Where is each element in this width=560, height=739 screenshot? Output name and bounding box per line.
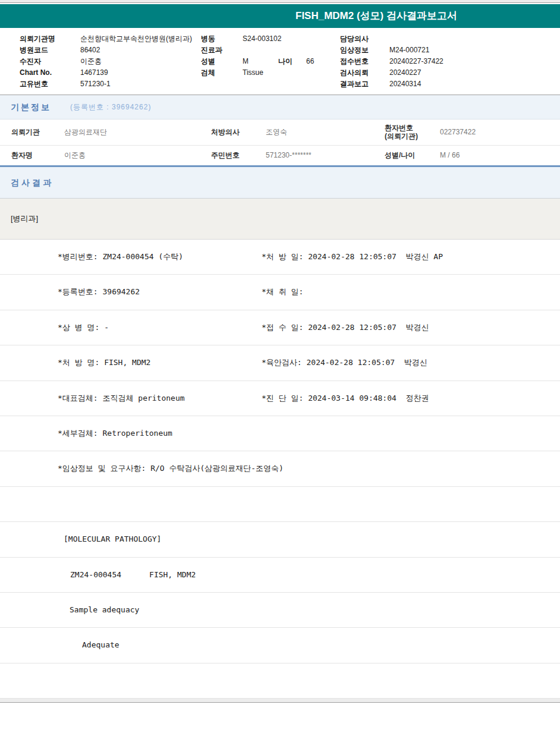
result-row-representative-specimen: *대표검체: 조직검체 peritoneum *진 단 일: 2024-03-1…: [0, 381, 560, 416]
value-prescribing-doctor: 조영숙: [266, 120, 287, 145]
result-right: *처 방 일: 2024-02-28 12:05:07 박경신 AP: [262, 240, 443, 274]
result-left: *임상정보 및 요구사항: R/O 수탁검사(삼광의료재단-조영숙): [58, 451, 284, 486]
result-left: ZM24-000454 FISH, MDM2: [70, 558, 196, 592]
value-sex: M: [243, 56, 248, 67]
label-test-request-date: 검사의뢰: [340, 67, 369, 78]
result-row-sample-adequacy: Sample adequacy: [0, 593, 560, 628]
value-test-request-date: 20240227: [389, 67, 421, 78]
result-left: Sample adequacy: [70, 593, 139, 627]
report-page: FISH_MDM2 (성모) 검사결과보고서 의뢰기관명 순천향대학교부속천안병…: [0, 0, 560, 739]
result-right: *육안검사: 2024-02-28 12:05:07 박경신: [262, 345, 427, 380]
result-row-registration-no: *등록번호: 39694262 *채 취 일:: [0, 275, 560, 310]
basic-info-row-2: 환자명 이준홍 주민번호 571230-******* 성별/나이 M / 66: [0, 146, 560, 165]
result-left: *대표검체: 조직검체 peritoneum: [58, 381, 185, 416]
result-row-diagnosis-name: *상 병 명: - *접 수 일: 2024-02-28 12:05:07 박경…: [0, 310, 560, 345]
label-sex: 성별: [201, 56, 215, 67]
result-left: *세부검체: Retroperitoneum: [58, 416, 172, 451]
label-patient-no-line2: (의뢰기관): [385, 132, 418, 140]
label-chart-no: Chart No.: [20, 67, 52, 78]
report-title-bar: FISH_MDM2 (성모) 검사결과보고서: [0, 4, 560, 28]
result-left: Adequate: [82, 628, 119, 662]
label-patient-name-2: 환자명: [11, 146, 33, 165]
result-right: *접 수 일: 2024-02-28 12:05:07 박경신: [262, 310, 429, 345]
result-left: *병리번호: ZM24-000454 (수탁): [58, 240, 183, 274]
value-referring-org: 삼광의료재단: [64, 120, 107, 145]
value-patient-name-2: 이준홍: [64, 146, 86, 165]
result-row-empty-1: [0, 487, 560, 522]
label-prescribing-doctor: 처방의사: [211, 120, 240, 145]
value-patient-name: 이준홍: [80, 56, 102, 67]
result-left: *처 방 명: FISH, MDM2: [58, 345, 150, 380]
result-row-empty-2: [0, 663, 560, 699]
top-window-strip: [0, 0, 560, 3]
label-clinical-info: 임상정보: [340, 45, 369, 56]
result-left: *상 병 명: -: [58, 310, 109, 345]
label-accession-no: 접수번호: [340, 56, 369, 67]
results-section-header: 검사결과: [0, 167, 560, 199]
label-patient-no-line1: 환자번호: [385, 124, 413, 132]
label-hospital-code: 병원코드: [20, 45, 48, 56]
label-sex-age: 성별/나이: [385, 146, 415, 165]
result-left: *등록번호: 39694262: [58, 275, 140, 309]
bottom-window-strip: [0, 699, 560, 703]
basic-info-section-header: 기본정보 (등록번호 : 39694262): [0, 95, 560, 120]
label-resident-reg-no: 주민번호: [211, 146, 240, 165]
value-age: 66: [306, 56, 314, 67]
label-age: 나이: [278, 56, 292, 67]
results-title: 검사결과: [11, 167, 54, 198]
value-sex-age: M / 66: [440, 146, 460, 165]
label-ward: 병동: [201, 33, 215, 45]
label-result-report-date: 결과보고: [340, 78, 369, 90]
result-right: *채 취 일:: [262, 275, 303, 309]
label-department: 진료과: [201, 45, 222, 56]
label-attending-doctor: 담당의사: [340, 33, 369, 45]
result-row-clinical-request: *임상정보 및 요구사항: R/O 수탁검사(삼광의료재단-조영숙): [0, 451, 560, 486]
value-clinical-info: M24-000721: [389, 45, 429, 56]
report-title: FISH_MDM2 (성모) 검사결과보고서: [295, 4, 457, 28]
value-result-report-date: 20240314: [389, 78, 421, 90]
result-row-test-id: ZM24-000454 FISH, MDM2: [0, 558, 560, 593]
label-specimen: 검체: [201, 67, 215, 78]
basic-info-row-1: 의뢰기관 삼광의료재단 처방의사 조영숙 환자번호 (의뢰기관) 0227374…: [0, 120, 560, 146]
value-accession-no: 20240227-37422: [389, 56, 443, 67]
label-unique-no: 고유번호: [20, 78, 48, 90]
value-hospital-code: 86402: [80, 45, 100, 56]
department-name: [병리과]: [11, 199, 38, 239]
value-resident-reg-no: 571230-*******: [266, 146, 312, 165]
basic-info-reg-note: (등록번호 : 39694262): [70, 95, 151, 119]
result-rows: *병리번호: ZM24-000454 (수탁) *처 방 일: 2024-02-…: [0, 240, 560, 699]
value-chart-no: 1467139: [80, 67, 108, 78]
value-ward: S24-003102: [243, 33, 281, 45]
value-specimen: Tissue: [243, 67, 263, 78]
value-unique-no: 571230-1: [80, 78, 111, 90]
result-row-adequate: Adequate: [0, 628, 560, 663]
label-referring-org: 의뢰기관: [11, 120, 40, 145]
result-right: *진 단 일: 2024-03-14 09:48:04 정찬권: [262, 381, 429, 416]
value-requesting-org-name: 순천향대학교부속천안병원(병리과): [80, 33, 192, 45]
label-requesting-org-name: 의뢰기관명: [20, 33, 55, 45]
result-row-detail-specimen: *세부검체: Retroperitoneum: [0, 416, 560, 451]
value-patient-no: 022737422: [440, 120, 476, 145]
basic-info-title: 기본정보: [11, 95, 51, 119]
label-patient-name: 수진자: [20, 56, 41, 67]
result-row-pathology-no: *병리번호: ZM24-000454 (수탁) *처 방 일: 2024-02-…: [0, 240, 560, 275]
result-left: [MOLECULAR PATHOLOGY]: [64, 522, 161, 556]
result-row-order-name: *처 방 명: FISH, MDM2 *육안검사: 2024-02-28 12:…: [0, 345, 560, 380]
department-band: [병리과]: [0, 199, 560, 240]
result-row-molecular-pathology-heading: [MOLECULAR PATHOLOGY]: [0, 522, 560, 557]
